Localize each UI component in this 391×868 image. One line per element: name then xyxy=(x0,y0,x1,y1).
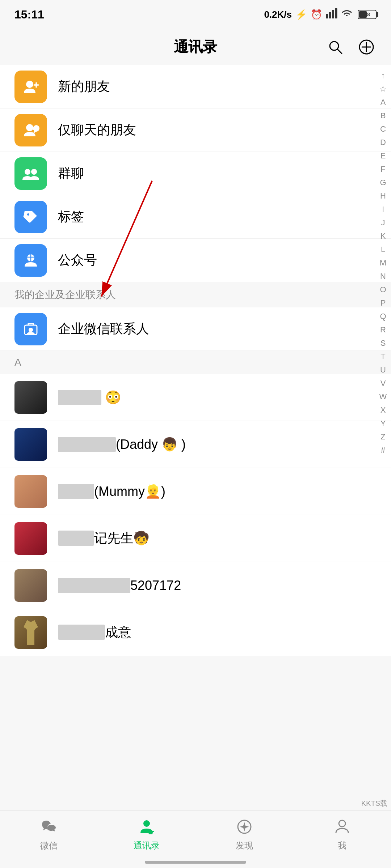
enterprise-contact-icon-box xyxy=(14,313,47,345)
index-j[interactable]: J xyxy=(381,216,385,229)
page-header: 通讯录 xyxy=(0,29,391,65)
nav-discover-label: 发现 xyxy=(236,840,253,851)
index-n[interactable]: N xyxy=(380,269,386,283)
enterprise-contact-item[interactable]: 企业微信联系人 xyxy=(0,307,391,351)
svg-point-14 xyxy=(25,169,30,175)
new-friends-item[interactable]: 新的朋友 xyxy=(0,65,391,109)
index-i[interactable]: I xyxy=(382,203,384,216)
svg-marker-28 xyxy=(240,822,249,831)
svg-rect-2 xyxy=(332,10,334,18)
nav-weixin[interactable]: 微信 xyxy=(0,817,98,851)
index-y[interactable]: Y xyxy=(381,417,386,430)
group-chat-icon-box xyxy=(14,157,47,190)
svg-rect-3 xyxy=(335,8,337,18)
contact-name-2: (Daddy 👦 ) xyxy=(58,437,377,452)
avatar-1 xyxy=(14,381,47,414)
contact-name-3: (Mummy👱) xyxy=(58,484,377,499)
add-button[interactable] xyxy=(356,37,377,57)
alarm-icon: ⏰ xyxy=(311,9,322,20)
index-t[interactable]: T xyxy=(381,350,385,363)
contact-item-4[interactable]: 记先生🧒 xyxy=(0,515,391,562)
official-account-icon-box xyxy=(14,244,47,277)
index-star[interactable]: ☆ xyxy=(379,82,387,95)
index-sidebar[interactable]: ↑ ☆ A B C D E F G H I J K L M N O P Q R … xyxy=(375,65,391,460)
new-friends-icon-box xyxy=(14,71,47,103)
contact-item-6[interactable]: 成意 xyxy=(0,609,391,656)
header-actions xyxy=(325,37,377,57)
svg-point-24 xyxy=(143,820,150,827)
svg-point-21 xyxy=(29,328,33,332)
contact-item-1[interactable]: 😳 xyxy=(0,374,391,421)
index-k[interactable]: K xyxy=(381,229,386,243)
index-up[interactable]: ↑ xyxy=(381,69,385,82)
index-g[interactable]: G xyxy=(380,176,386,189)
chat-friends-item[interactable]: 仅聊天的朋友 xyxy=(0,109,391,152)
new-friends-label: 新的朋友 xyxy=(58,78,377,95)
nav-contacts-label: 通讯录 xyxy=(134,840,160,851)
status-bar: 15:11 0.2K/s ⚡ ⏰ 48 xyxy=(0,0,391,29)
index-h[interactable]: H xyxy=(380,189,386,203)
group-chat-item[interactable]: 群聊 xyxy=(0,152,391,195)
index-u[interactable]: U xyxy=(380,363,386,376)
battery-icon: 48 xyxy=(358,10,377,19)
quick-list: 新的朋友 仅聊天的朋友 群聊 xyxy=(0,65,391,282)
index-r[interactable]: R xyxy=(380,323,386,336)
contact-item-3[interactable]: (Mummy👱) xyxy=(0,468,391,515)
bottom-nav: 微信 通讯录 发现 我 xyxy=(0,810,391,868)
svg-point-29 xyxy=(339,820,345,827)
page-title: 通讯录 xyxy=(174,37,217,57)
index-x[interactable]: X xyxy=(381,403,386,417)
svg-point-9 xyxy=(26,81,33,88)
nav-me-label: 我 xyxy=(338,840,346,851)
nav-contacts[interactable]: 通讯录 xyxy=(98,817,196,851)
index-z[interactable]: Z xyxy=(381,430,385,443)
index-f[interactable]: F xyxy=(381,162,385,176)
contact-item-2[interactable]: (Daddy 👦 ) xyxy=(0,421,391,468)
index-c[interactable]: C xyxy=(380,122,386,136)
signal-icon xyxy=(326,8,337,21)
nav-me[interactable]: 我 xyxy=(293,817,391,851)
contact-name-5: 5207172 xyxy=(58,578,377,593)
tags-icon-box xyxy=(14,201,47,233)
chat-friends-icon-box xyxy=(14,114,47,146)
svg-point-16 xyxy=(27,213,29,216)
contacts-list: 😳 (Daddy 👦 ) (Mummy👱) 记先生🧒 xyxy=(0,374,391,656)
avatar-2 xyxy=(14,428,47,461)
avatar-3 xyxy=(14,475,47,508)
index-o[interactable]: O xyxy=(380,283,386,296)
index-m[interactable]: M xyxy=(380,256,386,269)
index-q[interactable]: Q xyxy=(380,310,386,323)
home-indicator xyxy=(145,861,246,864)
watermark: KKTS载 xyxy=(361,799,387,808)
svg-line-5 xyxy=(337,49,342,54)
enterprise-list: 企业微信联系人 xyxy=(0,307,391,351)
index-b[interactable]: B xyxy=(381,109,386,122)
avatar-4 xyxy=(14,522,47,555)
tags-item[interactable]: 标签 xyxy=(0,195,391,239)
avatar-6 xyxy=(14,616,47,649)
index-w[interactable]: W xyxy=(379,390,387,403)
avatar-5 xyxy=(14,569,47,602)
index-p[interactable]: P xyxy=(381,296,386,310)
index-hash[interactable]: # xyxy=(381,443,385,457)
section-a-header: A xyxy=(0,351,391,374)
contact-name-4: 记先生🧒 xyxy=(58,529,377,547)
enterprise-section-header: 我的企业及企业联系人 xyxy=(0,282,391,307)
svg-rect-1 xyxy=(329,12,331,18)
contact-name-1: 😳 xyxy=(58,390,377,405)
index-v[interactable]: V xyxy=(381,376,386,390)
bluetooth-icon: ⚡ xyxy=(295,9,307,20)
nav-weixin-icon xyxy=(39,817,59,837)
enterprise-contact-label: 企业微信联系人 xyxy=(58,320,377,338)
index-a[interactable]: A xyxy=(381,95,386,109)
contact-item-5[interactable]: 5207172 xyxy=(0,562,391,609)
index-s[interactable]: S xyxy=(381,336,386,350)
official-account-item[interactable]: 公众号 xyxy=(0,239,391,282)
index-d[interactable]: D xyxy=(380,136,386,149)
nav-discover[interactable]: 发现 xyxy=(196,817,293,851)
search-button[interactable] xyxy=(325,37,345,57)
index-e[interactable]: E xyxy=(381,149,386,162)
index-l[interactable]: L xyxy=(381,243,385,256)
section-a-letter: A xyxy=(14,357,21,368)
svg-point-13 xyxy=(33,125,39,132)
